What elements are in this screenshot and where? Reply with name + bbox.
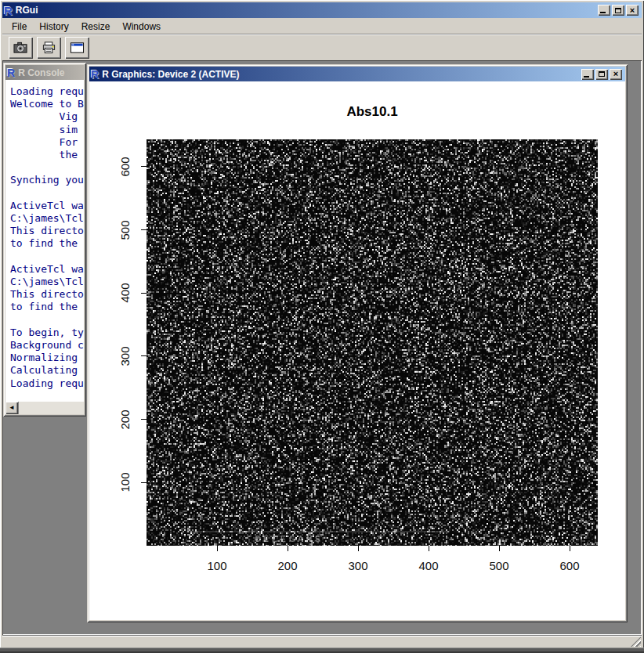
- rgui-window: R RGui × FileHistoryResizeWindows: [0, 0, 644, 653]
- camera-icon: [13, 41, 28, 54]
- y-tick-mark: [141, 482, 147, 483]
- close-icon: ×: [613, 70, 618, 78]
- menubar: FileHistoryResizeWindows: [2, 19, 642, 34]
- y-tick-mark: [141, 229, 147, 230]
- r-logo-icon: R: [7, 67, 15, 78]
- console-output: Loading requ Welcome to B Vig sim For th…: [5, 80, 84, 390]
- scroll-left-button[interactable]: ◄: [5, 402, 18, 414]
- close-button[interactable]: ×: [610, 69, 622, 80]
- y-tick-label: 500: [119, 211, 132, 250]
- scrollbar-track[interactable]: [18, 402, 84, 414]
- print-button[interactable]: [37, 37, 61, 59]
- window-bottom-border: [0, 648, 644, 653]
- x-tick-label: 500: [479, 559, 519, 572]
- minimize-button[interactable]: [598, 5, 610, 16]
- graphics-window-controls: ×: [581, 69, 622, 80]
- maximize-button[interactable]: [612, 5, 624, 16]
- maximize-icon: [615, 8, 621, 13]
- statusbar: [2, 635, 642, 648]
- maximize-icon: [599, 71, 605, 77]
- menu-history[interactable]: History: [33, 20, 74, 34]
- menu-resize[interactable]: Resize: [75, 20, 117, 34]
- r-logo-icon: R: [4, 5, 13, 16]
- console-window-icon: [70, 41, 85, 54]
- x-tick-label: 100: [197, 559, 237, 572]
- horizontal-scrollbar[interactable]: ◄: [5, 402, 84, 414]
- mdi-area: R R Console Loading requ Welcome to B Vi…: [2, 60, 642, 635]
- y-tick-label: 300: [119, 337, 132, 376]
- toolbar: [2, 34, 642, 60]
- graphics-titlebar[interactable]: R R Graphics: Device 2 (ACTIVE) ×: [89, 67, 625, 81]
- microarray-image: [147, 139, 598, 546]
- minimize-icon: [600, 12, 606, 13]
- y-tick-mark: [141, 166, 147, 167]
- x-tick-mark: [358, 546, 359, 551]
- y-tick-label: 400: [119, 273, 132, 312]
- y-tick-mark: [141, 355, 147, 356]
- resize-grip[interactable]: [631, 637, 641, 647]
- console-window[interactable]: R R Console Loading requ Welcome to B Vi…: [3, 63, 86, 417]
- x-tick-mark: [499, 546, 500, 551]
- close-button[interactable]: ×: [626, 5, 639, 16]
- menu-windows[interactable]: Windows: [116, 20, 167, 34]
- menu-file[interactable]: File: [5, 20, 33, 34]
- minimize-button[interactable]: [581, 69, 594, 80]
- window-title: RGui: [16, 5, 595, 16]
- graphics-title: R Graphics: Device 2 (ACTIVE): [102, 69, 578, 80]
- x-tick-label: 200: [268, 559, 307, 572]
- plot-area: Abs10.1 10020030040050060010020030040050…: [89, 81, 625, 620]
- console-focus-button[interactable]: [65, 37, 89, 59]
- console-titlebar[interactable]: R R Console: [5, 65, 84, 80]
- plot-title: Abs10.1: [147, 104, 598, 120]
- console-title: R Console: [18, 67, 64, 78]
- y-tick-label: 100: [119, 463, 132, 502]
- y-tick-mark: [141, 293, 147, 294]
- x-tick-mark: [429, 546, 429, 551]
- camera-button[interactable]: [9, 37, 33, 59]
- x-tick-label: 300: [338, 559, 378, 572]
- close-icon: ×: [630, 6, 635, 15]
- window-controls: ×: [598, 5, 639, 16]
- titlebar[interactable]: R RGui ×: [2, 2, 642, 18]
- x-tick-mark: [288, 546, 288, 551]
- x-tick-mark: [570, 546, 570, 551]
- maximize-button[interactable]: [595, 69, 608, 80]
- console-client-area[interactable]: Loading requ Welcome to B Vig sim For th…: [5, 80, 84, 414]
- printer-icon: [42, 41, 56, 54]
- y-tick-label: 200: [119, 400, 132, 439]
- y-tick-mark: [141, 419, 147, 420]
- r-logo-icon: R: [91, 69, 99, 80]
- minimize-icon: [584, 76, 589, 78]
- x-tick-label: 400: [409, 559, 448, 572]
- y-tick-label: 600: [119, 147, 132, 186]
- x-tick-label: 600: [550, 559, 589, 572]
- x-tick-mark: [217, 546, 218, 551]
- graphics-window[interactable]: R R Graphics: Device 2 (ACTIVE) × Abs10.…: [87, 64, 628, 622]
